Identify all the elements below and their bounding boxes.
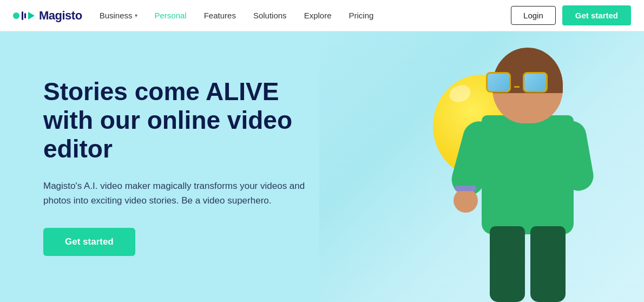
child-figure bbox=[406, 42, 612, 302]
leg-right bbox=[530, 226, 566, 302]
hero-section: Stories come ALIVE with our online video… bbox=[0, 31, 644, 302]
glass-bridge bbox=[514, 86, 520, 88]
navbar: Magisto Business ▾ Personal Features Sol… bbox=[0, 0, 644, 31]
glass-left bbox=[486, 72, 511, 93]
hero-content: Stories come ALIVE with our online video… bbox=[0, 77, 379, 255]
hand-left bbox=[454, 188, 478, 213]
hero-subtitle: Magisto's A.I. video maker magically tra… bbox=[43, 179, 314, 208]
nav-actions: Login Get started bbox=[511, 5, 631, 25]
get-started-nav-button[interactable]: Get started bbox=[562, 5, 631, 25]
nav-link-pricing[interactable]: Pricing bbox=[349, 11, 373, 20]
body-shirt bbox=[482, 115, 574, 234]
sunglasses bbox=[486, 72, 548, 93]
chevron-down-icon: ▾ bbox=[135, 12, 137, 18]
nav-link-features[interactable]: Features bbox=[204, 11, 236, 20]
logo[interactable]: Magisto bbox=[13, 9, 82, 23]
nav-links: Business ▾ Personal Features Solutions E… bbox=[100, 11, 511, 20]
nav-link-solutions[interactable]: Solutions bbox=[253, 11, 287, 20]
bracelet bbox=[455, 186, 476, 191]
logo-bars bbox=[22, 11, 26, 20]
logo-icon bbox=[13, 11, 35, 20]
leg-left bbox=[490, 226, 525, 302]
logo-text: Magisto bbox=[39, 9, 82, 23]
hero-title: Stories come ALIVE with our online video… bbox=[43, 77, 336, 163]
glass-right bbox=[523, 72, 548, 93]
nav-link-explore[interactable]: Explore bbox=[304, 11, 332, 20]
balloon-shine bbox=[447, 82, 473, 105]
nav-link-business[interactable]: Business ▾ bbox=[100, 11, 137, 20]
nav-link-personal[interactable]: Personal bbox=[155, 11, 187, 20]
logo-dot bbox=[13, 12, 19, 19]
logo-bar-1 bbox=[22, 11, 23, 20]
logo-play-icon bbox=[28, 12, 35, 19]
logo-bar-2 bbox=[24, 13, 26, 18]
login-button[interactable]: Login bbox=[511, 6, 556, 25]
get-started-hero-button[interactable]: Get started bbox=[43, 228, 135, 256]
